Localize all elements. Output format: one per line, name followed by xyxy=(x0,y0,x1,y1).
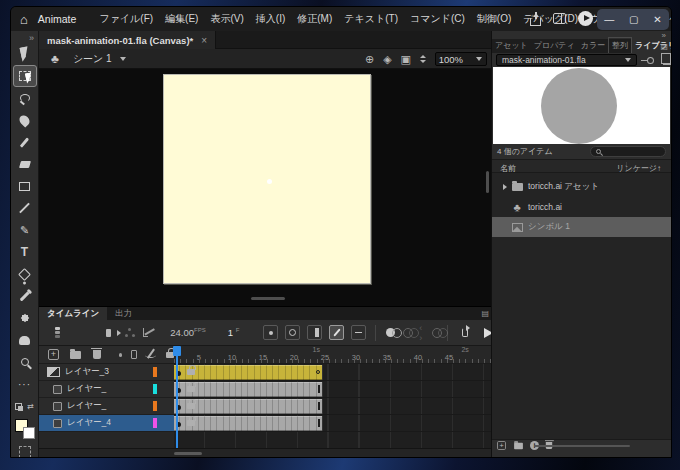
panel-tab[interactable]: カラー xyxy=(578,38,608,53)
span-end-marker[interactable] xyxy=(318,419,321,427)
stage-horizontal-scrollbar[interactable] xyxy=(39,297,485,301)
onion-skin-outline-button[interactable] xyxy=(403,328,410,338)
lasso-tool[interactable] xyxy=(13,87,37,109)
new-library-panel-icon[interactable] xyxy=(663,56,671,65)
layer-name[interactable]: レイヤー_ xyxy=(67,400,111,412)
eyedropper-tool[interactable] xyxy=(13,285,37,307)
layers-view-icon[interactable] xyxy=(55,327,60,330)
hand-tool[interactable] xyxy=(13,329,37,351)
zoom-level-select[interactable]: 100% xyxy=(435,52,487,66)
hide-all-layers-icon[interactable] xyxy=(145,352,156,358)
new-symbol-button[interactable]: + xyxy=(497,441,506,450)
lock-icon[interactable] xyxy=(187,403,195,409)
paint-bucket-tool[interactable] xyxy=(13,263,37,285)
library-item[interactable]: ♣toricch.ai xyxy=(492,197,671,217)
layer-frame-row[interactable] xyxy=(174,415,493,432)
pin-library-icon[interactable] xyxy=(647,57,654,64)
layer-frame-row[interactable] xyxy=(174,381,493,398)
scene-breadcrumb[interactable]: シーン 1 xyxy=(73,52,112,66)
layer-row[interactable]: レイヤー_ xyxy=(39,398,174,415)
span-end-marker[interactable] xyxy=(318,402,321,410)
stroke-color-swatch[interactable] xyxy=(23,427,35,439)
object-drawing-toggle[interactable] xyxy=(13,441,37,458)
fluid-brush-tool[interactable] xyxy=(13,109,37,131)
clip-content-icon[interactable]: ▣ xyxy=(401,53,411,66)
layer-outline-swatch[interactable] xyxy=(153,367,157,377)
frame-ruler[interactable]: 510152025303540451s2s xyxy=(174,346,493,364)
menu-item[interactable]: コマンド(C) xyxy=(405,9,470,29)
insert-frame-button[interactable] xyxy=(307,325,322,340)
document-tab[interactable]: mask-animation-01.fla (Canvas)* × xyxy=(39,31,216,49)
menu-item[interactable]: 挿入(I) xyxy=(251,9,290,29)
panel-tab[interactable]: アセット xyxy=(492,38,531,53)
layer-frame-row[interactable] xyxy=(174,398,493,415)
stage-canvas[interactable] xyxy=(163,74,371,284)
default-colors-icon[interactable] xyxy=(15,403,22,410)
frame-span[interactable] xyxy=(174,365,323,380)
scrollbar-thumb[interactable] xyxy=(174,452,202,455)
panel-menu-icon[interactable]: ▤ xyxy=(660,42,668,51)
insert-keyframe-button[interactable] xyxy=(263,325,278,340)
tab-timeline[interactable]: タイムライン xyxy=(39,307,107,320)
remove-frame-button[interactable] xyxy=(351,325,366,340)
maximize-button[interactable]: ▢ xyxy=(629,15,638,25)
panel-tab[interactable]: 整列 xyxy=(608,37,632,53)
close-button[interactable]: ✕ xyxy=(653,15,661,25)
lock-icon[interactable] xyxy=(187,386,195,392)
tab-output[interactable]: 出力 xyxy=(107,307,140,320)
layer-name[interactable]: レイヤー_ xyxy=(67,383,111,395)
selection-tool[interactable] xyxy=(13,43,37,65)
transform-select-tool[interactable] xyxy=(13,65,37,87)
layer-row[interactable]: レイヤー_4 xyxy=(39,415,174,432)
classic-brush-tool[interactable] xyxy=(13,131,37,153)
frame-span[interactable] xyxy=(174,416,323,431)
current-frame-control[interactable]: 1 F xyxy=(228,327,240,338)
new-layer-button[interactable]: + xyxy=(48,349,59,360)
insert-blank-keyframe-button[interactable] xyxy=(285,325,300,340)
new-folder-button[interactable] xyxy=(70,351,81,359)
span-end-marker[interactable] xyxy=(318,385,321,393)
collapse-panel-icon[interactable]: » xyxy=(29,33,34,43)
text-tool[interactable]: T xyxy=(13,241,37,263)
frame-span[interactable] xyxy=(174,382,323,397)
graph-editor-icon[interactable] xyxy=(143,328,148,337)
rotate-stage-icon[interactable]: ◈ xyxy=(383,53,391,66)
menu-item[interactable]: 制御(O) xyxy=(472,9,516,29)
stage-area[interactable] xyxy=(39,69,493,306)
minimize-button[interactable]: — xyxy=(604,15,614,25)
workspace-icon[interactable] xyxy=(553,13,566,24)
timeline-horizontal-scrollbar[interactable] xyxy=(39,448,493,457)
layer-outline-swatch[interactable] xyxy=(153,401,157,411)
eraser-tool[interactable] xyxy=(13,153,37,175)
swap-colors-icon[interactable]: ⇄ xyxy=(27,402,34,411)
quick-share-play-icon[interactable] xyxy=(578,11,593,26)
lock-icon[interactable] xyxy=(187,369,195,375)
library-scrollbar-thumb[interactable] xyxy=(534,445,630,447)
delete-layer-button[interactable] xyxy=(93,350,101,359)
zoom-stepper[interactable] xyxy=(420,55,426,63)
layer-outline-swatch[interactable] xyxy=(153,418,157,428)
menu-item[interactable]: ファイル(F) xyxy=(94,9,158,29)
camera-icon[interactable] xyxy=(106,329,111,337)
menu-item[interactable]: 表示(V) xyxy=(205,9,248,29)
share-icon[interactable] xyxy=(530,18,541,26)
menu-item[interactable]: 修正(M) xyxy=(292,9,337,29)
loop-playback-button[interactable] xyxy=(462,328,468,337)
layer-row[interactable]: レイヤー_ xyxy=(39,381,174,398)
library-item[interactable]: シンボル 1 xyxy=(492,217,671,237)
playhead[interactable] xyxy=(173,346,181,356)
zoom-tool[interactable] xyxy=(13,351,37,373)
outline-column-icon[interactable] xyxy=(131,350,137,359)
layer-frame-row[interactable] xyxy=(174,364,493,381)
span-end-marker[interactable] xyxy=(316,370,320,374)
pen-tool[interactable]: ✎ xyxy=(13,219,37,241)
rectangle-tool[interactable] xyxy=(13,175,37,197)
highlight-column-icon[interactable] xyxy=(119,353,123,357)
library-item[interactable]: toricch.ai アセット xyxy=(492,177,671,197)
scrollbar-thumb[interactable] xyxy=(251,297,285,300)
more-tools-button[interactable]: ··· xyxy=(13,373,37,395)
frame-span[interactable] xyxy=(174,399,323,414)
menu-item[interactable]: テキスト(T) xyxy=(339,9,403,29)
layer-name[interactable]: レイヤー_3 xyxy=(65,366,109,378)
menu-item[interactable]: 編集(E) xyxy=(160,9,203,29)
